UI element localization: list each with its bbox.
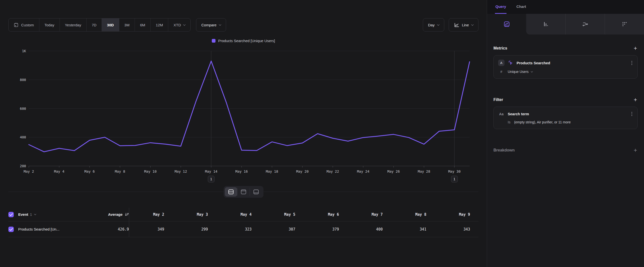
flows-icon: [582, 21, 588, 27]
tab-flows[interactable]: [565, 14, 605, 35]
x-axis-tick-label: May 16: [236, 169, 248, 173]
table-cell: 379: [304, 221, 348, 237]
annotation-badge[interactable]: 1: [208, 176, 214, 182]
filter-operator: Is: [508, 120, 510, 124]
chart-type-label: Line: [462, 23, 469, 27]
metrics-section-header: Metrics +: [494, 45, 638, 51]
range-label: 7D: [92, 23, 96, 27]
table-col-header[interactable]: May 3: [173, 208, 216, 221]
breakdown-section-header: Breakdown +: [494, 147, 638, 153]
y-axis-tick-label: 1K: [22, 49, 26, 53]
tab-query[interactable]: Query: [495, 0, 506, 14]
range-label: 30D: [107, 23, 114, 27]
event-dropdown[interactable]: Event 1: [18, 212, 36, 216]
layout-split-view-button[interactable]: [225, 187, 237, 196]
range-7d[interactable]: 7D: [86, 19, 102, 31]
metrics-title: Metrics: [494, 46, 507, 51]
y-axis-tick-label: 400: [20, 135, 26, 139]
metric-card[interactable]: A Products Searched: [494, 55, 638, 79]
table-cell: 349: [129, 221, 173, 237]
table-col-header[interactable]: May 4: [216, 208, 260, 221]
range-30d[interactable]: 30D: [102, 19, 119, 31]
legend-label: Products Searched [Unique Users]: [218, 39, 275, 43]
line-chart-icon: [454, 23, 459, 28]
chevron-down-icon: [219, 23, 222, 26]
table-col-header[interactable]: May 9: [435, 208, 478, 221]
filter-title: Filter: [494, 98, 503, 102]
table-cell: 299: [173, 221, 216, 237]
add-filter-button[interactable]: +: [633, 97, 638, 103]
range-label: 3M: [124, 23, 130, 27]
filter-menu-button[interactable]: [631, 111, 633, 117]
table-cell: 343: [435, 221, 478, 237]
tab-retention[interactable]: [605, 14, 644, 35]
compare-label: Compare: [201, 23, 216, 27]
layout-chart-focus-button[interactable]: [238, 187, 250, 196]
funnels-icon: [543, 21, 549, 27]
average-value: 426.9: [118, 227, 129, 231]
x-axis-tick-label: May 28: [418, 169, 430, 173]
table-cell: 341: [391, 221, 435, 237]
metric-letter-badge: A: [498, 60, 504, 66]
x-axis-tick-label: May 10: [144, 169, 157, 173]
table-col-header[interactable]: May 7: [347, 208, 391, 221]
average-header-cell[interactable]: Average: [90, 208, 129, 221]
layout-table-focus-button[interactable]: [250, 187, 262, 196]
x-axis-tick-label: May 12: [175, 169, 187, 173]
average-value-cell: 426.9: [90, 221, 129, 237]
add-breakdown-button[interactable]: +: [633, 147, 638, 153]
x-axis-tick-label: May 22: [327, 169, 339, 173]
series-checkbox[interactable]: [8, 227, 14, 232]
string-type-icon: Aa: [498, 112, 504, 116]
range-label: Yesterday: [65, 23, 81, 27]
chart-type-button[interactable]: Line: [449, 18, 478, 32]
sort-descending-icon: [125, 212, 129, 216]
sidebar-tabs: Query Chart: [487, 0, 644, 14]
tab-chart[interactable]: Chart: [516, 0, 526, 14]
svg-text:1: 1: [210, 177, 212, 181]
table-col-header[interactable]: May 5: [260, 208, 304, 221]
table-col-header[interactable]: May 6: [304, 208, 348, 221]
legend-swatch: [212, 39, 216, 43]
metric-name: Products Searched: [516, 61, 628, 65]
range-6m[interactable]: 6M: [135, 19, 150, 31]
x-axis-tick-label: May 18: [266, 169, 278, 173]
number-icon: #: [498, 70, 504, 74]
range-xtd[interactable]: XTD: [168, 19, 190, 31]
sidebar-content: Metrics + A Products Searched: [487, 35, 644, 153]
x-axis-tick-label: May 30: [448, 169, 461, 173]
tab-funnels[interactable]: [526, 14, 565, 35]
annotation-badge[interactable]: 1: [451, 176, 458, 182]
filter-card[interactable]: Aa Search term Is (empty string), Air pu…: [494, 107, 638, 129]
aggregation-dropdown[interactable]: Unique Users: [508, 70, 532, 74]
insights-icon: [504, 21, 510, 27]
table-cell: 307: [260, 221, 304, 237]
table-col-header[interactable]: May 2: [129, 208, 173, 221]
range-today[interactable]: Today: [39, 19, 60, 31]
report-type-tabs: [487, 14, 644, 35]
svg-text:1: 1: [453, 177, 455, 181]
range-3m[interactable]: 3M: [119, 19, 135, 31]
x-axis-tick-label: May 24: [357, 169, 370, 173]
granularity-button[interactable]: Day: [423, 18, 444, 32]
chart-legend[interactable]: Products Searched [Unique Users]: [8, 38, 478, 43]
retention-icon: [621, 21, 628, 27]
range-custom[interactable]: Custom: [8, 19, 39, 31]
chevron-down-icon: [183, 23, 186, 26]
range-yesterday[interactable]: Yesterday: [60, 19, 86, 31]
event-label: Event: [18, 212, 28, 216]
line-chart[interactable]: 1K80060040020011May 2May 4May 6May 8May …: [8, 47, 478, 186]
query-sidebar: Query Chart: [487, 0, 644, 267]
compare-button[interactable]: Compare: [196, 18, 226, 32]
toolbar: CustomTodayYesterday7D30D3M6M12MXTD Comp…: [8, 18, 478, 32]
x-axis-tick-label: May 4: [54, 169, 64, 173]
select-all-checkbox[interactable]: [8, 212, 14, 217]
metric-menu-button[interactable]: [631, 60, 633, 66]
breakdown-title: Breakdown: [494, 148, 514, 152]
range-label: XTD: [174, 23, 181, 27]
table-col-header[interactable]: May 8: [391, 208, 435, 221]
range-12m[interactable]: 12M: [150, 19, 168, 31]
metric-card-header: A Products Searched: [498, 60, 633, 66]
add-metric-button[interactable]: +: [633, 45, 638, 51]
tab-insights[interactable]: [487, 14, 526, 35]
